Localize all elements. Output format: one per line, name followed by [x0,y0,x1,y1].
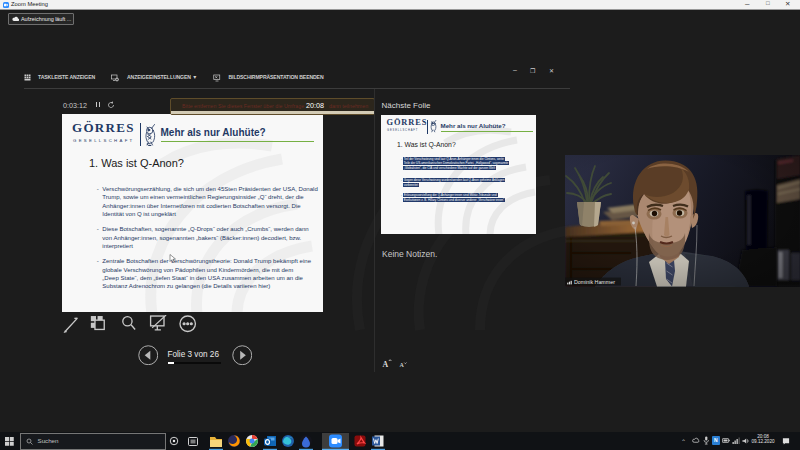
svg-text:A: A [399,362,404,368]
svg-text:A: A [382,360,388,368]
svg-text:Dominik Hammer: Dominik Hammer [574,279,615,285]
